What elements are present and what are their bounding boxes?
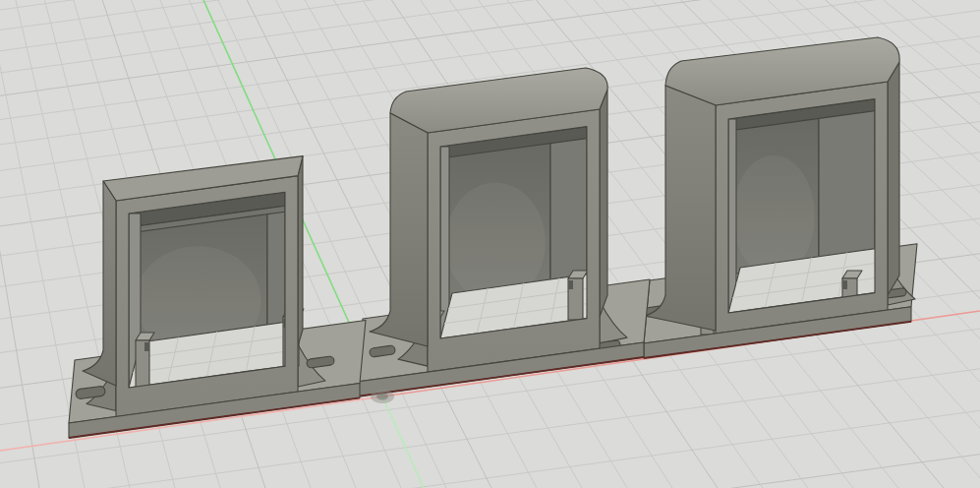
cad-viewport (0, 0, 980, 488)
body-1-small-bracket[interactable] (69, 156, 366, 438)
interior-left-wall (728, 119, 736, 313)
y-axis-near (382, 396, 424, 488)
right-wall-sliver (298, 156, 303, 346)
origin-dot (376, 394, 388, 400)
body-3-large-bracket[interactable] (644, 37, 917, 358)
clip-notch (568, 280, 573, 289)
scene-canvas (0, 0, 980, 488)
clip-notch (144, 342, 149, 351)
clip-notch (842, 280, 847, 289)
left-wall (83, 181, 116, 386)
origin-marker[interactable] (371, 390, 394, 403)
right-wall-sliver (600, 90, 607, 317)
grid-line-y (0, 0, 39, 488)
body-2-medium-bracket[interactable] (357, 68, 650, 396)
right-wall-sliver (888, 62, 899, 295)
left-wall (370, 113, 428, 346)
